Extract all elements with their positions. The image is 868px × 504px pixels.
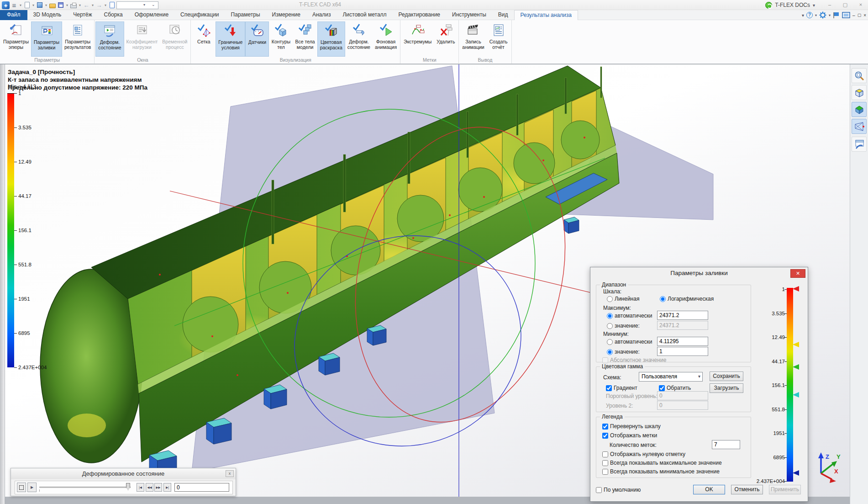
menu-dropdown-icon[interactable]: ▾ <box>19 3 22 7</box>
tab-drawing[interactable]: Чертёж <box>67 10 98 20</box>
scheme-dropdown[interactable]: Пользователя <box>639 372 703 382</box>
undo-icon[interactable]: ← <box>83 1 90 9</box>
all-bodies-button[interactable]: Все теламодели <box>293 21 317 57</box>
gear-icon[interactable] <box>819 11 826 19</box>
toolbar-options-icon[interactable]: ⌄ <box>152 2 155 7</box>
radio-max-value[interactable]: значение: <box>607 323 640 329</box>
record-animation-button[interactable]: Записьанимации <box>460 21 486 57</box>
min-auto-field[interactable] <box>657 337 708 346</box>
macro-document-icon[interactable] <box>108 1 116 9</box>
ribbon-collapse-icon[interactable]: ▾ <box>802 13 804 18</box>
doc-restore-icon[interactable]: ▢ <box>857 13 862 17</box>
radio-min-auto[interactable]: автоматически <box>607 339 652 345</box>
new-3d-dropdown-icon[interactable]: ▾ <box>44 3 48 7</box>
deformed-state-window-button[interactable]: Деформ.состояние <box>95 21 124 57</box>
gradient-checkbox[interactable]: Градиент <box>606 385 637 391</box>
radio-min-value[interactable]: значение: <box>607 349 640 355</box>
delete-marks-button[interactable]: Удалить <box>434 21 458 57</box>
search-dropdown-icon[interactable]: ▾ <box>143 3 145 7</box>
sensor-marker-yellow[interactable] <box>793 342 799 347</box>
tab-tools[interactable]: Инструменты <box>446 10 492 20</box>
new-document-icon[interactable] <box>23 1 31 9</box>
doc-minimize-icon[interactable]: – <box>852 13 855 18</box>
print-icon[interactable] <box>70 1 77 9</box>
save-dropdown-icon[interactable]: ▾ <box>65 3 69 7</box>
redo-dropdown-icon[interactable]: ▾ <box>104 3 107 7</box>
deformed-state-view-button[interactable]: Деформ.состояние <box>345 21 373 57</box>
ok-button[interactable]: OK <box>693 485 725 494</box>
level2-field[interactable] <box>657 401 708 410</box>
load-scheme-button[interactable]: Загрузить <box>710 383 743 393</box>
redo-icon[interactable]: → <box>95 1 103 9</box>
tab-bom[interactable]: Спецификации <box>174 10 225 20</box>
viewport[interactable]: Задача_0 [Прочность] К-т запаса по эквив… <box>0 64 868 504</box>
boundary-conditions-button[interactable]: Граничныеусловия <box>216 21 245 57</box>
background-animation-button[interactable]: Фоноваяанимация <box>373 21 399 57</box>
tab-view[interactable]: Вид <box>492 10 514 20</box>
app-logo-icon[interactable]: ◈ <box>2 1 10 9</box>
docs-launcher[interactable]: T-FLEX DOCs ▾ <box>765 0 815 10</box>
perspective-view-button[interactable] <box>852 119 867 134</box>
mesh-button[interactable]: Сетка <box>192 21 216 57</box>
doc-close-icon[interactable]: × <box>863 13 866 18</box>
monitor-icon[interactable] <box>842 12 850 18</box>
view-settings-button[interactable] <box>852 137 867 152</box>
max-value-field[interactable] <box>657 321 708 330</box>
sensor-marker-red[interactable] <box>793 286 799 292</box>
tab-sheet-metal[interactable]: Листовой металл <box>337 10 392 20</box>
diagram-parameters-button[interactable]: Параметрыэпюры <box>1 21 31 57</box>
play-animation-button[interactable]: ▶ <box>27 483 37 492</box>
shaded-view-button[interactable] <box>852 102 867 117</box>
tab-annotation[interactable]: Оформление <box>129 10 174 20</box>
frame-number-input[interactable] <box>174 483 229 492</box>
new-document-dropdown-icon[interactable]: ▾ <box>32 3 35 7</box>
sensor-marker-cyan[interactable] <box>793 392 799 398</box>
window-maximize-button[interactable]: ▢ <box>839 1 852 9</box>
save-scheme-button[interactable]: Сохранить <box>710 371 743 381</box>
tab-editing[interactable]: Редактирование <box>393 10 446 20</box>
help-icon[interactable]: ? <box>806 12 813 18</box>
prev-frame-button[interactable]: ◀◀ <box>146 483 153 492</box>
tab-parameters[interactable]: Параметры <box>225 10 266 20</box>
menu-icon[interactable]: ≡ <box>11 1 18 9</box>
sensor-marker-blue[interactable] <box>793 470 799 476</box>
next-frame-button[interactable]: ▶▶ <box>154 483 162 492</box>
deformed-panel-close-button[interactable]: x <box>226 470 234 477</box>
extremums-button[interactable]: Экстремумы <box>401 21 434 57</box>
dialog-close-button[interactable]: ✕ <box>790 269 805 278</box>
flag-icon[interactable] <box>833 12 840 19</box>
last-frame-button[interactable]: ▶| <box>163 483 171 492</box>
default-checkbox[interactable]: По умолчанию <box>596 487 641 493</box>
tab-analysis-results[interactable]: Результаты анализа <box>514 10 578 20</box>
tab-file[interactable]: Файл <box>0 10 27 20</box>
new-3d-document-icon[interactable] <box>36 1 43 9</box>
frame-slider-track[interactable] <box>39 487 131 488</box>
save-icon[interactable] <box>57 1 64 9</box>
docs-dropdown-icon[interactable]: ▾ <box>813 3 815 8</box>
radio-max-auto[interactable]: автоматически <box>607 313 652 319</box>
threshold-field[interactable] <box>657 391 708 400</box>
view-orientation-button[interactable] <box>852 85 867 100</box>
undo-dropdown-icon[interactable]: ▾ <box>91 3 95 7</box>
open-icon[interactable] <box>49 1 56 9</box>
zoom-window-button[interactable] <box>852 68 867 83</box>
color-painting-button[interactable]: Цветоваяраскраска <box>317 21 345 57</box>
window-minimize-button[interactable]: – <box>823 1 836 9</box>
left-panel-strip[interactable] <box>0 64 5 504</box>
min-value-field[interactable] <box>657 347 708 356</box>
invert-checkbox[interactable]: Обратить <box>659 385 691 391</box>
show-marks-checkbox[interactable]: Отображать метки <box>602 432 657 439</box>
first-frame-button[interactable]: |◀ <box>137 483 144 492</box>
radio-linear[interactable]: Линейная <box>607 296 639 302</box>
fill-parameters-button[interactable]: Параметрызаливки <box>31 21 62 57</box>
zero-mark-checkbox[interactable]: Отображать нулевую отметку <box>602 451 685 457</box>
flip-scale-checkbox[interactable]: Перевернуть шкалу <box>602 423 661 430</box>
tab-measure[interactable]: Измерение <box>266 10 306 20</box>
create-report-button[interactable]: Создатьотчёт <box>487 21 510 57</box>
tab-analysis[interactable]: Анализ <box>306 10 337 20</box>
always-min-checkbox[interactable]: Всегда показывать минимальное значение <box>602 468 720 475</box>
cancel-button[interactable]: Отменить <box>731 485 763 494</box>
result-parameters-button[interactable]: Параметрырезультатов <box>62 21 93 57</box>
sensors-button[interactable]: Датчики <box>245 21 269 57</box>
body-contours-button[interactable]: Контурытел <box>269 21 293 57</box>
